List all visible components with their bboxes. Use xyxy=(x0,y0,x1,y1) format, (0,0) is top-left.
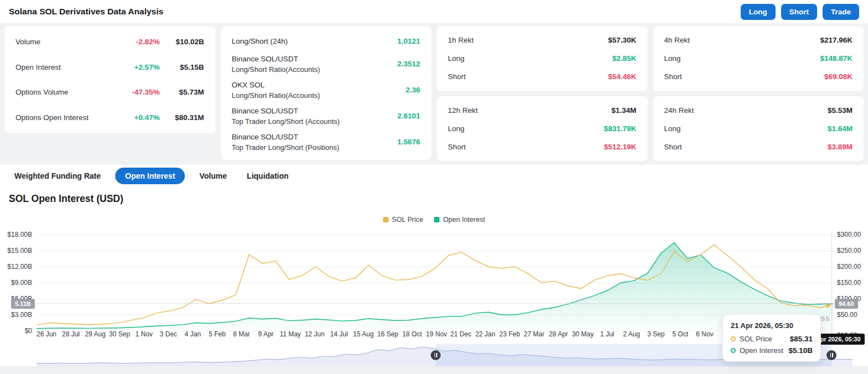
crosshair-vertical xyxy=(831,231,832,344)
stat-change: -2.82% xyxy=(116,38,160,46)
ratio-label-line1: Binance SOL/USDT xyxy=(232,55,397,63)
crosshair-right-badge: 94.60 xyxy=(835,299,858,309)
rekt-label: 24h Rekt xyxy=(664,106,694,115)
rekt-label: Short xyxy=(664,72,682,81)
rekt-value: $831.79K xyxy=(604,124,637,133)
rekt-card-12h-rekt: 12h Rekt$1.34MLong$831.79KShort$512.19K xyxy=(437,96,648,161)
stat-row: Open Interest+2.57%$5.15B xyxy=(16,55,204,80)
header-actions: LongShortTrade xyxy=(741,4,859,20)
rekt-row: 24h Rekt$5.53M xyxy=(664,101,853,120)
ratio-row: Binance SOL/USDTTop Trader Long/Short (A… xyxy=(232,103,421,129)
y-axis-label-left: $12.00B xyxy=(0,263,32,271)
rekt-row: Short$69.08K xyxy=(664,67,853,86)
rekt-column-b: 4h Rekt$217.96KLong$148.87KShort$69.08K2… xyxy=(653,26,864,161)
legend-item-open-interest[interactable]: Open Interest xyxy=(434,216,485,224)
tab-open-interest[interactable]: Open Interest xyxy=(115,168,185,184)
stat-value: $10.02B xyxy=(160,38,204,46)
long-button[interactable]: Long xyxy=(741,4,776,20)
rekt-label: Long xyxy=(664,124,681,133)
tooltip-label: Open Interest xyxy=(740,346,784,355)
x-axis-label: 3 Sep xyxy=(647,330,664,338)
market-stats-card: Volume-2.82%$10.02BOpen Interest+2.57%$5… xyxy=(4,26,215,133)
tab-volume[interactable]: Volume xyxy=(194,168,232,184)
x-axis-label: 23 Feb xyxy=(499,330,520,338)
ratio-label-line2: Top Trader Long/Short (Accounts) xyxy=(232,117,397,126)
chart-title-row: SOL Open Interest (USD) xyxy=(0,187,868,210)
x-axis-label: 9 Apr xyxy=(258,330,273,338)
stat-change: +2.57% xyxy=(116,63,160,71)
ratio-value: 1.5676 xyxy=(397,138,420,146)
ratio-label: OKX SOLLong/Short Ratio(Accounts) xyxy=(232,81,406,100)
stat-row: Options Volume-47.35%$5.73M xyxy=(16,80,204,105)
bottom-strip xyxy=(0,366,868,374)
x-axis-label: 5 Feb xyxy=(209,330,226,338)
legend-swatch xyxy=(434,217,440,222)
trade-button[interactable]: Trade xyxy=(823,4,859,20)
x-axis-label: 8 Mar xyxy=(233,330,250,338)
rekt-value: $512.19K xyxy=(604,143,637,151)
ratio-label-line2: Long/Short Ratio(Accounts) xyxy=(232,91,406,100)
ratio-row: Long/Short (24h)1.0121 xyxy=(232,31,421,51)
crosshair-left-badge: 5.11B xyxy=(11,299,35,309)
navigator-left-handle[interactable] xyxy=(431,350,441,360)
stat-label: Open Interest xyxy=(16,63,116,71)
rekt-row: Long$831.79K xyxy=(448,120,637,138)
tooltip-row: Open Interest$5.10B xyxy=(731,346,813,355)
ratio-value: 2.6101 xyxy=(397,112,420,120)
stat-value: $5.15B xyxy=(160,63,204,71)
stat-value: $5.73M xyxy=(160,88,204,96)
y-axis-label-right: $150.00 xyxy=(837,279,867,287)
series-dot-icon xyxy=(731,336,736,341)
rekt-label: Short xyxy=(448,143,466,151)
ratio-label-line1: Binance SOL/USDT xyxy=(232,133,397,141)
x-axis-label: 5 Oct xyxy=(673,330,689,338)
navigator-right-handle[interactable] xyxy=(826,350,836,360)
ratio-label-line2: Top Trader Long/Short (Positions) xyxy=(232,143,397,152)
ratio-value: 2.36 xyxy=(406,86,420,94)
x-axis-label: 12 Jun xyxy=(304,330,324,338)
legend-item-sol-price[interactable]: SOL Price xyxy=(383,216,423,224)
x-axis-label: 29 Aug xyxy=(85,330,105,338)
tooltip-label: SOL Price xyxy=(740,335,786,343)
stat-label: Options Open Interest xyxy=(16,113,116,122)
short-button[interactable]: Short xyxy=(781,4,817,20)
tab-liquidation[interactable]: Liquidation xyxy=(241,168,294,184)
stat-label: Volume xyxy=(16,38,116,46)
tooltip-rows: SOL Price$85.31Open Interest$5.10B xyxy=(731,335,813,355)
x-axis-label: 28 Apr xyxy=(549,330,568,338)
rekt-row: 1h Rekt$57.30K xyxy=(448,31,637,49)
rekt-value: $1.64M xyxy=(828,124,852,133)
stat-value: $80.31M xyxy=(160,113,204,122)
rekt-row: Short$54.46K xyxy=(448,67,637,86)
legend-label: Open Interest xyxy=(443,216,485,224)
x-axis-label: 2 Aug xyxy=(623,330,640,338)
x-axis-label: 28 Jul xyxy=(62,330,80,338)
x-axis-label: 6 Nov xyxy=(696,330,713,338)
stat-row: Options Open Interest+0.47%$80.31M xyxy=(16,105,204,131)
ratio-label: Binance SOL/USDTLong/Short Ratio(Account… xyxy=(232,55,397,74)
main-chart-svg xyxy=(37,231,834,331)
tab-weighted-funding-rate[interactable]: Weighted Funding Rate xyxy=(9,168,106,184)
x-axis-label: 26 Jun xyxy=(37,330,56,338)
stat-label: Options Volume xyxy=(16,88,116,96)
y-axis-label-left: $15.00B xyxy=(0,247,32,254)
ratio-label-line1: OKX SOL xyxy=(232,81,406,89)
rekt-label: 4h Rekt xyxy=(664,36,690,44)
ratio-label-line2: Long/Short Ratio(Accounts) xyxy=(232,65,397,74)
rekt-value: $57.30K xyxy=(608,36,636,44)
ratio-label: Long/Short (24h) xyxy=(232,37,397,45)
y-axis-label-left: $0 xyxy=(0,327,32,335)
rekt-label: Long xyxy=(448,54,464,63)
stat-row: Volume-2.82%$10.02B xyxy=(16,29,204,55)
tooltip-row: SOL Price$85.31 xyxy=(731,335,813,343)
ratio-row: OKX SOLLong/Short Ratio(Accounts)2.36 xyxy=(232,77,421,103)
ratio-value: 1.0121 xyxy=(397,37,420,45)
rekt-value: $1.34M xyxy=(611,106,636,115)
page: Solana SOL Derivatives Data Analysis Lon… xyxy=(0,0,868,374)
rekt-row: Long$148.87K xyxy=(664,49,853,67)
x-axis-label: 19 Nov xyxy=(426,330,447,338)
rekt-value: $54.46K xyxy=(608,72,636,81)
ratio-label: Binance SOL/USDTTop Trader Long/Short (A… xyxy=(232,107,397,126)
rekt-value: $5.53M xyxy=(828,106,852,115)
rekt-row: Long$1.64M xyxy=(664,120,853,138)
